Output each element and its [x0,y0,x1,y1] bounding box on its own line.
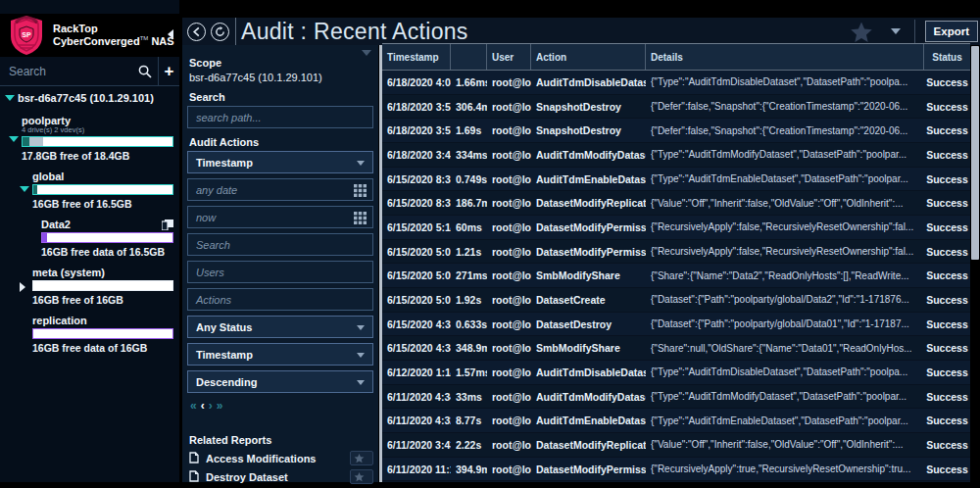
date-from-input[interactable]: any date [187,178,373,201]
chevron-right-icon[interactable] [20,282,25,292]
column-header-timestamp[interactable]: Timestamp [382,44,451,70]
search-icon[interactable] [132,65,158,78]
cell-user: root@local [487,439,531,451]
report-star-button[interactable] [350,451,373,465]
prev-page-button[interactable]: ‹ [201,399,209,413]
export-button[interactable]: Export [925,21,978,42]
cell-timestamp: 6/15/2020 4:34 PM [382,342,451,354]
field-select[interactable]: Timestamp [187,151,373,173]
usage-text: 16GB free data of 16.5GB [41,246,173,258]
tree-node[interactable]: poolparty4 drive(s) 2 vdev(s)17.8GB free… [0,115,179,162]
cell-user: root@local [487,366,531,378]
table-row[interactable]: 6/18/2020 3:41 PM334msroot@localAuditTdm… [382,143,970,168]
report-name: Destroy Dataset [206,471,350,483]
dataset-name: Data2 [41,219,173,230]
table-row[interactable]: 6/15/2020 5:09 PM271msroot@localSmbModif… [382,264,970,288]
cell-status: Success [924,318,970,330]
usage-bar-segment [29,137,43,146]
document-icon [187,468,206,486]
report-star-button[interactable] [350,469,373,484]
table-row[interactable]: 6/12/2020 1:14 PM1.57msroot@localAuditTd… [382,361,970,385]
report-item[interactable]: Destroy Dataset [187,467,373,486]
column-header-details[interactable]: Details [646,44,924,70]
cell-details: {"Type":"AuditTdmDisableDataset","Datase… [646,76,924,87]
chevron-down-icon [357,325,365,330]
cell-duration: 348.9ms [451,342,487,354]
table-row[interactable]: 6/11/2020 4:34 PM33msroot@localAuditTdmM… [382,385,970,410]
brand-text: RackTop CyberConvergedTM NAS [53,23,174,47]
table-row[interactable]: 6/15/2020 4:34 PM0.633sroot@localDataset… [382,313,970,337]
table-row[interactable]: 6/15/2020 5:09 PM1.21sroot@localDatasetM… [382,240,970,265]
chevron-down-icon[interactable] [20,186,29,192]
cell-details: {"Defer":false,"Snapshot":{"CreationTime… [646,125,924,136]
table-row[interactable]: 6/11/2020 11:12 AM394.9msroot@localDatas… [382,458,970,482]
tree-node[interactable]: meta (system)16GB free of 16GB [0,267,179,306]
first-page-button[interactable]: « [190,399,201,413]
brand-header: SP RackTop CyberConvergedTM NAS [0,14,179,57]
table-row[interactable]: 6/18/2020 3:57 PM306.4msroot@localSnapsh… [382,95,970,120]
sidebar-collapse-icon[interactable] [168,29,173,39]
sort-select[interactable]: Timestamp [187,343,373,366]
table-row[interactable]: 6/15/2020 5:14 PM60msroot@localDatasetMo… [382,216,970,240]
table-row[interactable]: 6/15/2020 8:31 PM0.749sroot@localAuditTd… [382,168,970,192]
tree-node[interactable]: replication16GB free data of 16GB [0,315,179,354]
calendar-grid-icon[interactable] [354,184,367,197]
table-row[interactable]: 6/18/2020 4:04 PM1.66msroot@localAuditTd… [382,71,970,95]
back-icon[interactable] [187,23,206,41]
next-page-button[interactable]: › [209,399,217,413]
tree-node[interactable]: Data216GB free data of 16.5GB [0,219,179,258]
cell-timestamp: 6/15/2020 4:34 PM [382,318,451,330]
cell-user: root@local [487,415,531,426]
cell-details: {"RecursivelyApply":false,"RecursivelyRe… [646,221,924,232]
panel-collapse-icon[interactable] [362,50,371,56]
header-divider [914,20,915,43]
column-header-user[interactable]: User [487,44,531,70]
tree-root-node[interactable]: bsr-d6a77c45 (10.1.29.101) [0,90,179,106]
cell-action: DatasetModifyPermissions [531,221,646,233]
search-filter-input[interactable]: Search [187,233,373,256]
cell-duration: 8.77s [451,415,487,426]
table-row[interactable]: 6/11/2020 4:32 PM8.77sroot@localAuditTdm… [382,409,970,433]
date-to-input[interactable]: now [187,206,373,228]
report-dropdown-icon[interactable] [891,28,901,34]
cell-status: Success [924,269,970,281]
cell-timestamp: 6/11/2020 3:43 PM [382,439,451,451]
cell-action: DatasetModifyReplicationPriority [531,197,646,209]
sidebar-search-input[interactable]: Search [0,57,132,85]
report-item[interactable]: Access Modifications [187,449,373,467]
cell-duration: 186.7ms [451,197,487,209]
cell-status: Success [924,342,970,354]
column-header-action[interactable]: Action [531,44,646,70]
actions-input[interactable]: Actions [187,288,373,311]
column-header-duration[interactable] [451,44,487,70]
cell-duration: 2.22s [451,439,487,451]
favorite-star-icon[interactable] [850,21,873,43]
add-button[interactable]: + [158,57,179,85]
cell-action: AuditTdmDisableDataset [531,366,646,378]
chevron-down-icon[interactable] [9,136,19,142]
column-header-status[interactable]: Status [924,44,970,70]
calendar-grid-icon[interactable] [354,212,367,224]
usage-bar [32,328,173,339]
users-input[interactable]: Users [187,261,373,283]
refresh-icon[interactable] [211,23,229,41]
audit-table: SP TimestampUserActionDetailsStatus 6/18… [382,43,970,482]
table-row[interactable]: 6/15/2020 8:31 PM186.7msroot@localDatase… [382,191,970,216]
cell-status: Success [924,124,970,136]
last-page-button[interactable]: » [217,399,227,413]
search-path-input[interactable]: search path... [187,106,373,128]
order-select[interactable]: Descending [187,370,373,393]
table-row[interactable]: 6/18/2020 3:57 PM1.69sroot@localSnapshot… [382,119,970,143]
table-row[interactable]: 6/15/2020 4:34 PM348.9msroot@localSmbMod… [382,336,970,361]
table-row[interactable]: 6/11/2020 3:43 PM2.22sroot@localDatasetM… [382,433,970,458]
status-select[interactable]: Any Status [187,316,373,338]
cell-duration: 1.69s [451,124,487,136]
table-scrollbar[interactable] [971,46,979,260]
cell-timestamp: 6/11/2020 11:12 AM [382,464,451,475]
table-row[interactable]: 6/15/2020 5:09 PM1.92sroot@localDatasetC… [382,288,970,313]
usage-bar [32,280,173,291]
share-icon [162,217,173,234]
chevron-down-icon[interactable] [5,95,15,101]
tree-node[interactable]: global16GB free of 16.5GB [0,171,179,210]
cell-user: root@local [487,124,531,136]
